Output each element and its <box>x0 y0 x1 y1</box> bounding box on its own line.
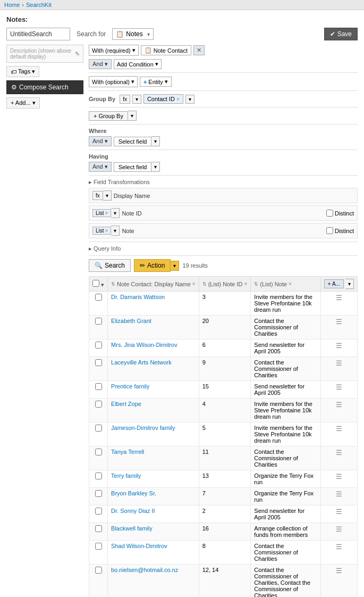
th-note[interactable]: ⇅ (List) Note × <box>251 277 321 292</box>
row-action-icon-8[interactable]: ☰ <box>320 470 357 488</box>
th-note-contact-remove[interactable]: × <box>192 281 196 287</box>
row-checkbox-12[interactable] <box>95 543 102 550</box>
row-contact-8[interactable]: Terry family <box>108 470 199 488</box>
th-add-col[interactable]: + A... ▾ <box>320 277 357 292</box>
group-by-remove-button[interactable]: × <box>176 96 180 102</box>
action-dropdown-button[interactable]: ▾ <box>171 261 179 271</box>
row-action-icon-2[interactable]: ☰ <box>320 339 357 357</box>
row-contact-6[interactable]: Jameson-Dimitrov family <box>108 422 199 446</box>
ft-note-label: Note <box>122 228 324 234</box>
breadcrumb-searchkit[interactable]: SearchKit <box>26 2 52 8</box>
row-action-icon-11[interactable]: ☰ <box>320 523 357 541</box>
ft-fx-dropdown-1[interactable]: ▾ <box>103 190 112 201</box>
distinct-checkbox-1[interactable] <box>326 210 333 217</box>
list-remove-2[interactable]: × <box>105 228 108 234</box>
having-field-dropdown[interactable]: ▾ <box>151 162 160 172</box>
row-contact-13[interactable]: bo.nielsen@hotmail.co.nz <box>108 565 199 598</box>
row-checkbox-0[interactable] <box>95 294 102 301</box>
search-for-select[interactable]: 📋 Notes ▾ <box>112 28 153 40</box>
row-contact-7[interactable]: Tanya Terrell <box>108 446 199 470</box>
row-action-icon-10[interactable]: ☰ <box>320 505 357 523</box>
row-checkbox-4[interactable] <box>95 383 102 390</box>
having-and-button[interactable]: And ▾ <box>89 162 112 172</box>
row-action-icon-12[interactable]: ☰ <box>320 541 357 565</box>
row-checkbox-13[interactable] <box>95 567 102 574</box>
where-field-dropdown[interactable]: ▾ <box>151 136 160 146</box>
optional-condition-select[interactable]: With (optional) ▾ <box>89 76 138 87</box>
row-checkbox-1[interactable] <box>95 318 102 325</box>
distinct-checkbox-2[interactable] <box>326 227 333 234</box>
row-checkbox-10[interactable] <box>95 508 102 515</box>
ft-list-tag-2: List × ▾ <box>92 226 120 236</box>
add-column-dropdown[interactable]: ▾ <box>345 279 354 289</box>
tags-button[interactable]: 🏷 Tags ▾ <box>6 66 39 77</box>
row-action-icon-1[interactable]: ☰ <box>320 316 357 339</box>
row-checkbox-9[interactable] <box>95 490 102 497</box>
row-note-id-0: 3 <box>199 292 251 316</box>
group-by-field-dropdown[interactable]: ▾ <box>185 95 194 104</box>
where-and-button[interactable]: And ▾ <box>89 136 112 146</box>
list-remove-1[interactable]: × <box>105 210 108 216</box>
add-button[interactable]: + Add... ▾ <box>6 97 40 109</box>
row-checkbox-8[interactable] <box>95 472 102 479</box>
ft-fx-button-1[interactable]: fx <box>92 191 103 200</box>
row-contact-10[interactable]: Dr. Sonny Diaz II <box>108 505 199 523</box>
row-contact-12[interactable]: Shad Wilson-Dimitrov <box>108 541 199 565</box>
th-note-contact[interactable]: ⇅ Note Contact: Display Name × <box>108 277 199 292</box>
where-field-select[interactable]: Select field <box>114 137 152 146</box>
ft-header[interactable]: ▸ Field Transformations <box>89 179 358 186</box>
compose-search-button[interactable]: ⚙ Compose Search <box>6 80 83 94</box>
select-all-dropdown[interactable]: ▾ <box>101 281 104 288</box>
select-all-checkbox[interactable] <box>92 280 99 287</box>
breadcrumb-home[interactable]: Home <box>4 2 20 8</box>
add-condition-select[interactable]: Add Condition ▾ <box>114 59 162 69</box>
action-button[interactable]: ✏ Action <box>134 259 171 272</box>
save-button[interactable]: ✔ Save <box>324 28 358 40</box>
row-checkbox-3[interactable] <box>95 359 102 366</box>
row-checkbox-7[interactable] <box>95 449 102 455</box>
row-action-icon-6[interactable]: ☰ <box>320 422 357 446</box>
add-group-by-button[interactable]: + Group By <box>89 111 128 121</box>
group-by-fx-button[interactable]: fx <box>120 95 130 104</box>
list-dropdown-2[interactable]: ▾ <box>111 226 120 236</box>
action-btn-wrapper: ✏ Action ▾ <box>134 259 179 272</box>
row-action-icon-0[interactable]: ☰ <box>320 292 357 316</box>
search-button[interactable]: 🔍 Search <box>89 259 131 272</box>
row-checkbox-11[interactable] <box>95 525 102 532</box>
row-contact-4[interactable]: Prentice family <box>108 381 199 399</box>
add-column-button[interactable]: + A... <box>324 279 344 288</box>
group-by-dropdown-button[interactable]: ▾ <box>132 95 141 104</box>
row-action-icon-5[interactable]: ☰ <box>320 399 357 422</box>
row-contact-1[interactable]: Elizabeth Grant <box>108 316 199 339</box>
delete-condition-button[interactable]: ✕ <box>193 45 205 55</box>
list-dropdown-1[interactable]: ▾ <box>111 208 120 218</box>
row-contact-0[interactable]: Dr. Damaris Wattson <box>108 292 199 316</box>
ft-distinct-1[interactable]: Distinct <box>326 210 354 217</box>
ft-distinct-2[interactable]: Distinct <box>326 227 354 234</box>
row-checkbox-5[interactable] <box>95 401 102 408</box>
row-contact-9[interactable]: Bryon Barkley Sr. <box>108 488 199 505</box>
th-note-id[interactable]: ⇅ (List) Note ID × <box>199 277 251 292</box>
having-field-select[interactable]: Select field <box>114 162 152 172</box>
row-contact-5[interactable]: Elbert Zope <box>108 399 199 422</box>
and-button[interactable]: And ▾ <box>89 59 112 69</box>
row-checkbox-6[interactable] <box>95 425 102 432</box>
row-checkbox-2[interactable] <box>95 342 102 349</box>
th-note-remove[interactable]: × <box>289 281 292 287</box>
query-info-header[interactable]: ▸ Query Info <box>89 245 358 252</box>
row-action-icon-7[interactable]: ☰ <box>320 446 357 470</box>
row-action-icon-3[interactable]: ☰ <box>320 357 357 381</box>
th-note-id-remove[interactable]: × <box>244 281 247 287</box>
row-action-icon-4[interactable]: ☰ <box>320 381 357 399</box>
search-name-input[interactable] <box>6 28 70 40</box>
edit-icon[interactable]: ✎ <box>75 51 80 57</box>
row-action-icon-13[interactable]: ☰ <box>320 565 357 598</box>
required-condition-row: With (required) ▾ 📋 Note Contact ✕ <box>89 45 358 56</box>
required-condition-select[interactable]: With (required) ▾ <box>89 45 139 56</box>
row-contact-3[interactable]: Laceyville Arts Network <box>108 357 199 381</box>
add-group-by-dropdown-button[interactable]: ▾ <box>128 111 137 121</box>
row-action-icon-9[interactable]: ☰ <box>320 488 357 505</box>
ft-row-note: List × ▾ Note Distinct <box>89 223 358 238</box>
row-contact-11[interactable]: Blackwell family <box>108 523 199 541</box>
row-contact-2[interactable]: Mrs. Jina Wilson-Dimitrov <box>108 339 199 357</box>
